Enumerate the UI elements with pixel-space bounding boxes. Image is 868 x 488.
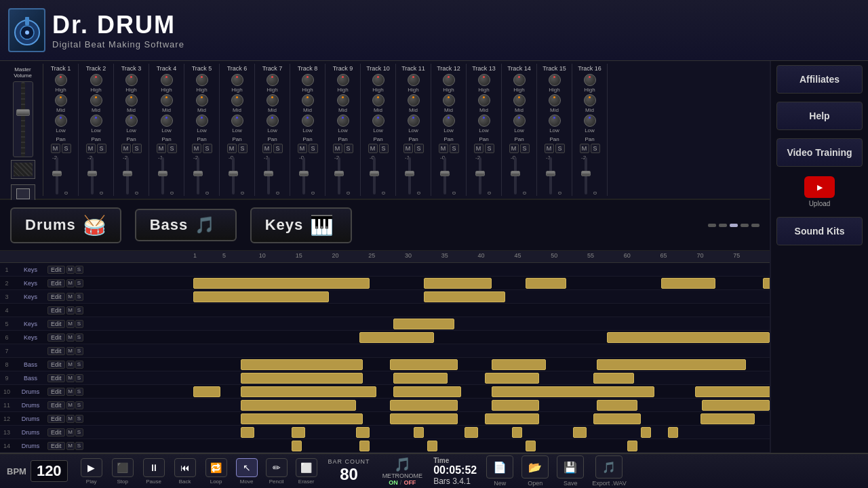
solo-btn-3[interactable]: S (132, 144, 142, 153)
seq-blocks-8[interactable] (193, 358, 770, 371)
knob-mid-7[interactable] (267, 94, 279, 106)
knob-high-9[interactable] (337, 74, 349, 86)
video-training-button[interactable]: Video Training (776, 138, 863, 167)
solo-btn-12[interactable]: S (450, 144, 459, 153)
seq-mute-14[interactable]: M (66, 442, 75, 450)
seq-block-2-1[interactable] (424, 278, 492, 289)
seq-blocks-10[interactable] (193, 385, 770, 398)
seq-blocks-3[interactable] (193, 290, 770, 303)
seq-block-8-2[interactable] (492, 359, 546, 370)
knob-mid-5[interactable] (196, 94, 208, 106)
seq-block-11-1[interactable] (390, 400, 458, 411)
seq-blocks-5[interactable] (193, 317, 770, 330)
seq-blocks-14[interactable] (193, 439, 770, 452)
seq-solo-9[interactable]: S (75, 374, 83, 382)
knob-mid-2[interactable] (90, 94, 102, 106)
seq-row-edit-12[interactable]: Edit (47, 415, 65, 423)
seq-mute-5[interactable]: M (66, 320, 75, 328)
solo-btn-6[interactable]: S (238, 144, 248, 153)
knob-high-10[interactable] (372, 74, 384, 86)
seq-row-edit-10[interactable]: Edit (47, 388, 65, 396)
seq-block-13-8[interactable] (668, 427, 678, 438)
stop-button[interactable]: ⬛ Stop (108, 458, 137, 485)
seq-mute-4[interactable]: M (66, 306, 75, 314)
seq-solo-4[interactable]: S (75, 306, 83, 314)
knob-high-15[interactable] (549, 74, 561, 86)
knob-low-10[interactable] (372, 115, 384, 127)
move-tool[interactable]: ↖ Move (233, 458, 260, 485)
seq-block-10-2[interactable] (393, 386, 461, 397)
seq-solo-6[interactable]: S (75, 333, 83, 342)
mute-btn-16[interactable]: M (580, 144, 589, 153)
fader-thumb-7[interactable] (264, 171, 273, 176)
fader-thumb-5[interactable] (193, 171, 203, 176)
knob-high-7[interactable] (267, 74, 279, 86)
knob-mid-8[interactable] (302, 94, 314, 106)
knob-high-3[interactable] (125, 74, 138, 86)
knob-low-1[interactable] (55, 115, 67, 127)
knob-mid-16[interactable] (584, 94, 596, 106)
solo-btn-1[interactable]: S (62, 144, 71, 153)
solo-btn-13[interactable]: S (485, 144, 494, 153)
solo-btn-9[interactable]: S (344, 144, 353, 153)
knob-high-5[interactable] (196, 74, 208, 86)
solo-btn-10[interactable]: S (379, 144, 389, 153)
seq-blocks-11[interactable] (193, 399, 770, 411)
seq-solo-8[interactable]: S (75, 361, 83, 369)
knob-low-6[interactable] (231, 115, 243, 127)
fader-thumb-16[interactable] (581, 171, 591, 176)
solo-btn-15[interactable]: S (555, 144, 565, 153)
seq-block-13-0[interactable] (241, 427, 254, 438)
knob-mid-12[interactable] (443, 94, 455, 106)
seq-mute-6[interactable]: M (66, 333, 75, 342)
fader-thumb-10[interactable] (370, 171, 379, 176)
fader-thumb-12[interactable] (440, 171, 450, 176)
seq-block-13-1[interactable] (292, 427, 305, 438)
fader-thumb-8[interactable] (299, 171, 309, 176)
pause-button[interactable]: ⏸ Pause (140, 458, 168, 485)
seq-solo-2[interactable]: S (75, 279, 83, 287)
seq-blocks-2[interactable] (193, 277, 770, 289)
seq-block-10-3[interactable] (492, 386, 654, 397)
seq-mute-9[interactable]: M (66, 374, 75, 382)
seq-block-14-3[interactable] (526, 441, 536, 451)
seq-block-10-4[interactable] (695, 386, 770, 397)
help-button[interactable]: Help (776, 102, 863, 130)
seq-block-6-0[interactable] (359, 332, 434, 343)
seq-block-2-0[interactable] (193, 278, 370, 289)
seq-row-edit-7[interactable]: Edit (47, 347, 65, 355)
fader-thumb-4[interactable] (158, 171, 167, 176)
seq-solo-7[interactable]: S (75, 347, 83, 355)
seq-solo-14[interactable]: S (75, 442, 83, 450)
seq-block-8-3[interactable] (597, 359, 746, 370)
seq-block-9-1[interactable] (393, 373, 448, 384)
seq-block-9-2[interactable] (485, 373, 539, 384)
mute-btn-7[interactable]: M (262, 144, 272, 153)
seq-block-2-3[interactable] (661, 278, 715, 289)
knob-low-13[interactable] (478, 115, 490, 127)
fader-thumb-2[interactable] (87, 171, 97, 176)
seq-block-8-1[interactable] (390, 359, 458, 370)
seq-block-12-4[interactable] (701, 413, 755, 424)
knob-high-12[interactable] (443, 74, 455, 86)
knob-high-6[interactable] (231, 74, 243, 86)
loop-button[interactable]: 🔁 Loop (202, 458, 231, 485)
open-button[interactable]: 📂 Open (519, 455, 551, 487)
seq-mute-11[interactable]: M (66, 401, 75, 409)
seq-block-12-0[interactable] (241, 413, 363, 424)
seq-block-9-0[interactable] (241, 373, 363, 384)
fader-thumb-3[interactable] (123, 171, 132, 176)
seq-block-11-0[interactable] (241, 400, 356, 411)
seq-mute-12[interactable]: M (66, 415, 75, 423)
seq-row-edit-11[interactable]: Edit (47, 401, 65, 409)
seq-row-edit-5[interactable]: Edit (47, 320, 65, 328)
knob-low-12[interactable] (443, 115, 455, 127)
solo-btn-4[interactable]: S (167, 144, 177, 153)
seq-mute-7[interactable]: M (66, 347, 75, 355)
seq-block-14-1[interactable] (359, 441, 370, 451)
knob-mid-6[interactable] (231, 94, 243, 106)
metronome-toggle[interactable]: ON / OFF (389, 479, 416, 486)
knob-low-8[interactable] (302, 115, 314, 127)
sequencer-tracks[interactable]: 1 Keys Edit M S 2 Keys Edit M S 3 Keys E… (0, 263, 770, 453)
knob-mid-1[interactable] (55, 94, 67, 106)
